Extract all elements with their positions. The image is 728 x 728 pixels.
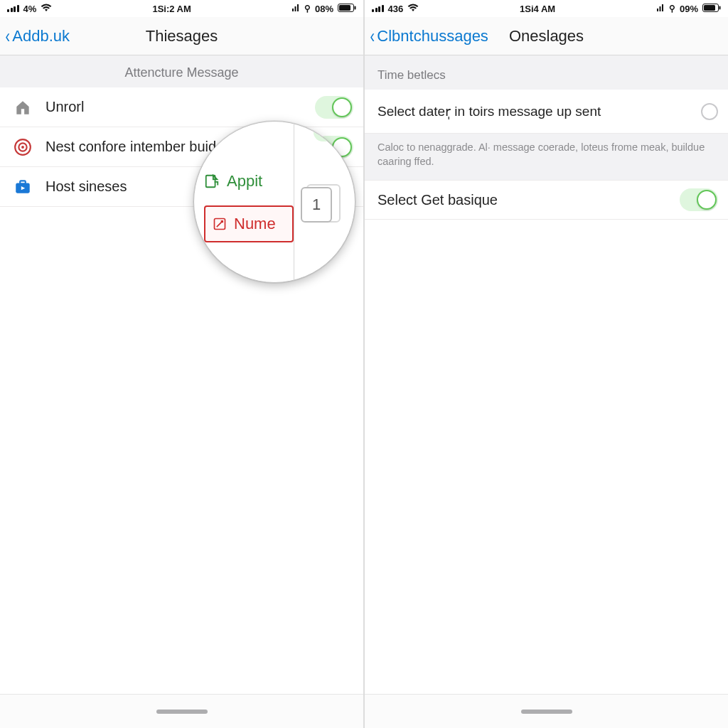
back-label: Addb.uk: [12, 27, 70, 46]
row-label: Unrorl: [46, 99, 315, 115]
home-icon: [13, 97, 33, 117]
loupe-card-number: 1: [312, 196, 321, 214]
home-indicator[interactable]: [365, 694, 728, 728]
toggle[interactable]: [680, 188, 718, 211]
radio-indicator[interactable]: [701, 103, 718, 120]
chevron-left-icon: ‹: [370, 26, 375, 46]
status-time: 1Si4 AM: [520, 4, 555, 14]
briefcase-icon: [13, 177, 33, 197]
home-indicator[interactable]: [0, 694, 363, 728]
nav-bar: ‹ Clbntchussages Oneslages: [365, 17, 728, 55]
nav-bar: ‹ Addb.uk Thiesages: [0, 17, 363, 55]
row-select-dater[interactable]: Select dater̩ in toirs message up sent: [365, 90, 728, 134]
section-footer: Caloc to nenaggrade. Al· message coerade…: [365, 134, 728, 180]
svg-rect-15: [659, 6, 660, 11]
target-icon: [13, 137, 33, 157]
loupe-item-appit[interactable]: Appit: [204, 163, 292, 200]
loupe-label: Appit: [227, 172, 262, 191]
bt-icon: ⚲: [669, 4, 675, 14]
cell-icon: [656, 4, 665, 14]
svg-rect-10: [20, 181, 26, 183]
row-unrorl[interactable]: Unrorl: [0, 87, 363, 127]
battery-pct: 09%: [680, 4, 698, 14]
battery-icon: [702, 4, 721, 14]
signal-icon: [372, 5, 384, 12]
svg-rect-18: [704, 5, 715, 11]
wifi-icon: [41, 4, 52, 14]
signal-icon: [7, 5, 19, 12]
status-bar: 4% 1Si:2 AM ⚲ 08%: [0, 0, 363, 17]
loupe-label: Nume: [234, 215, 276, 233]
back-button[interactable]: ‹ Addb.uk: [4, 17, 70, 55]
wifi-icon: [407, 4, 419, 14]
row-select-get[interactable]: Select Get basique: [365, 180, 728, 220]
bt-icon: ⚲: [304, 4, 311, 14]
loupe-card-stack[interactable]: 1: [301, 187, 345, 227]
cell-icon: [291, 4, 300, 14]
svg-rect-14: [657, 9, 658, 11]
section-header: Time betlecs: [365, 55, 728, 90]
back-button[interactable]: ‹ Clbntchussages: [369, 17, 488, 55]
signal-pct: 436: [388, 4, 404, 14]
svg-rect-19: [719, 6, 720, 9]
svg-rect-4: [339, 5, 350, 11]
svg-rect-5: [355, 6, 356, 9]
chevron-left-icon: ‹: [5, 26, 10, 46]
battery-icon: [338, 4, 356, 14]
signal-pct: 4%: [23, 4, 37, 14]
content: Time betlecs Select dater̩ in toirs mess…: [365, 55, 728, 694]
status-bar: 436 1Si4 AM ⚲ 09%: [365, 0, 728, 17]
phone-right: 436 1Si4 AM ⚲ 09% ‹ Clbntchussages: [365, 0, 728, 728]
section-header: Attencture Message: [0, 55, 363, 87]
row-label: Select dater̩ in toirs message up sent: [378, 103, 701, 119]
status-time: 1Si:2 AM: [152, 4, 191, 14]
svg-rect-16: [662, 4, 663, 11]
loupe-item-nume[interactable]: Nume: [204, 205, 294, 242]
svg-rect-2: [297, 4, 299, 11]
toggle[interactable]: [315, 96, 353, 119]
svg-point-8: [21, 146, 24, 149]
svg-rect-1: [294, 6, 296, 11]
row-label: Select Get basique: [378, 192, 680, 208]
back-label: Clbntchussages: [377, 27, 488, 46]
magnifier-loupe: Appit Nume 1: [193, 121, 355, 283]
svg-rect-0: [292, 9, 294, 11]
battery-pct: 08%: [315, 4, 333, 14]
phone-left: 4% 1Si:2 AM ⚲ 08% ‹ Addb.uk: [0, 0, 363, 728]
